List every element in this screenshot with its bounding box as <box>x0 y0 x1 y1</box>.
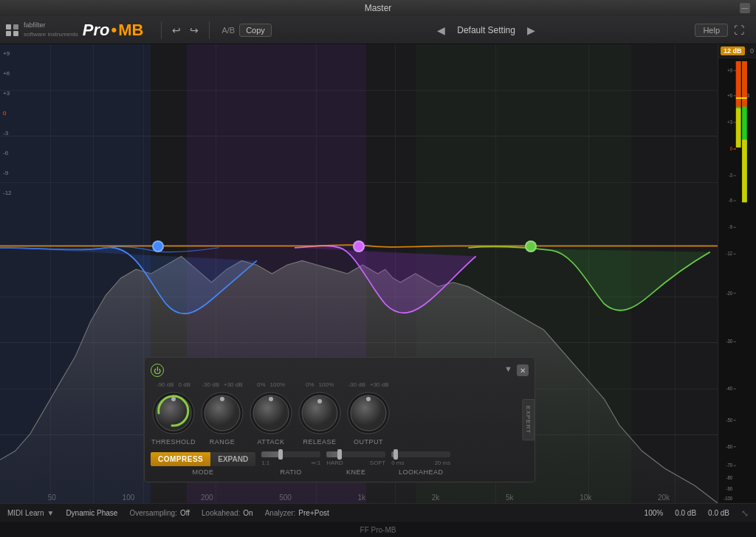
lookahead-status-item: Lookahead: On <box>202 509 253 517</box>
band-handle-purple[interactable] <box>353 240 365 252</box>
freq-label-10k: 10k <box>580 493 591 502</box>
product-name: Pro • MB <box>83 21 144 40</box>
brand-name: fabfilter software instruments <box>24 21 78 38</box>
svg-point-8 <box>269 397 273 401</box>
panel-close-button[interactable]: ✕ <box>517 364 529 376</box>
midi-learn-arrow[interactable]: ▼ <box>47 509 54 517</box>
panel-power-button[interactable]: ⏻ <box>151 364 164 377</box>
knee-label: KNEE <box>346 468 366 476</box>
expert-tab[interactable]: EXPERT <box>523 399 535 440</box>
svg-point-2 <box>171 397 176 401</box>
expand-button[interactable]: EXPAND <box>210 452 255 466</box>
resize-icon[interactable]: ⤡ <box>741 508 749 519</box>
logo-dot-1 <box>6 24 11 30</box>
output-knob[interactable] <box>346 390 391 436</box>
lookahead-group: 0 ms 20 ms LOOKAHEAD <box>391 451 450 476</box>
freq-label-1k: 1k <box>358 493 366 502</box>
ratio-min: 1:1 <box>261 460 269 466</box>
release-knob[interactable] <box>297 390 343 436</box>
zoom-value[interactable]: 100% <box>645 509 664 517</box>
svg-text:-70: -70 <box>726 462 733 468</box>
logo-dot-2 <box>13 24 18 30</box>
oversampling-label: Oversampling: <box>129 509 176 517</box>
ab-label: A/B <box>221 26 235 35</box>
logo-dot-3 <box>6 31 11 36</box>
phase-item: Dynamic Phase <box>66 509 117 517</box>
knee-group: HARD SOFT KNEE <box>326 451 385 476</box>
help-button[interactable]: Help <box>695 24 728 37</box>
svg-point-11 <box>317 399 322 403</box>
svg-rect-48 <box>736 108 741 148</box>
logo-dot-4 <box>13 31 18 36</box>
lookahead-status-value[interactable]: On <box>243 509 252 517</box>
svg-point-5 <box>220 397 224 401</box>
threshold-knob[interactable] <box>151 390 196 436</box>
svg-rect-53 <box>736 97 747 99</box>
threshold-min-label: -90 dB 0 dB <box>157 381 190 388</box>
lookahead-label: LOOKAHEAD <box>399 468 444 476</box>
knobs-row: -90 dB 0 dB <box>151 381 529 446</box>
controls-row: COMPRESS EXPAND MODE 1:1 ∞:1 <box>151 451 529 476</box>
freq-label-100: 100 <box>123 493 135 502</box>
ratio-fill <box>261 451 279 457</box>
threshold-knob-group: -90 dB 0 dB <box>151 381 196 446</box>
knee-slider[interactable] <box>326 451 385 457</box>
redo-button[interactable]: ↪ <box>185 21 203 39</box>
svg-point-14 <box>366 397 371 401</box>
next-preset-button[interactable]: ▶ <box>523 24 540 36</box>
ratio-labels: 1:1 ∞:1 <box>261 460 320 466</box>
compress-button[interactable]: COMPRESS <box>151 452 210 466</box>
panel-dropdown-button[interactable]: ▼ <box>504 364 512 376</box>
band-handle-green[interactable] <box>525 240 537 252</box>
window-close-button[interactable]: — <box>740 3 750 13</box>
app-name-bar: FF Pro-MB <box>0 522 756 537</box>
analyzer-value[interactable]: Pre+Post <box>298 509 329 517</box>
oversampling-value[interactable]: Off <box>180 509 190 517</box>
range-labels: -30 dB +30 dB <box>202 381 242 388</box>
control-panel: ⏻ ▼ ✕ -90 dB 0 dB <box>144 357 535 482</box>
svg-text:-60: -60 <box>726 443 733 449</box>
ratio-thumb[interactable] <box>278 449 283 460</box>
svg-text:-3: -3 <box>729 173 732 179</box>
attack-knob[interactable] <box>248 390 294 436</box>
knee-max: SOFT <box>370 460 385 466</box>
prev-preset-button[interactable]: ◀ <box>433 24 450 36</box>
lookahead-max: 20 ms <box>434 460 450 466</box>
svg-text:+9: +9 <box>727 67 732 73</box>
lookahead-slider[interactable] <box>391 451 450 457</box>
freq-label-200: 200 <box>201 493 213 502</box>
range-label: RANGE <box>210 438 236 446</box>
knee-fill <box>326 451 338 457</box>
svg-rect-51 <box>742 139 747 202</box>
lookahead-thumb[interactable] <box>394 449 398 460</box>
analyzer-label: Analyzer: <box>265 509 296 517</box>
svg-text:-100: -100 <box>724 495 732 500</box>
logo-grid <box>6 24 19 36</box>
midi-learn-item: MIDI Learn ▼ <box>7 509 54 517</box>
vu-db-value: 0 <box>750 47 754 55</box>
svg-text:-40: -40 <box>726 386 733 392</box>
lookahead-labels: 0 ms 20 ms <box>391 460 450 466</box>
freq-label-2k: 2k <box>432 493 440 502</box>
copy-button[interactable]: Copy <box>239 24 272 37</box>
svg-rect-49 <box>736 61 741 107</box>
title-bar: Master — <box>0 0 756 16</box>
plugin-wrapper: fabfilter software instruments Pro • MB … <box>0 16 756 537</box>
spectrum-area[interactable]: 50 100 200 500 1k 2k 5k 10k 20k +9 +6 +3… <box>0 44 718 503</box>
midi-learn-button[interactable]: MIDI Learn <box>7 509 44 517</box>
band-handle-blue[interactable] <box>152 240 164 252</box>
knee-thumb[interactable] <box>337 449 342 460</box>
output-knob-group: -30 dB +30 dB OUTPUT <box>346 381 391 446</box>
lookahead-status-label: Lookahead: <box>202 509 240 517</box>
freq-label-500: 500 <box>279 493 292 502</box>
svg-rect-52 <box>742 61 747 107</box>
gain2-value: 0.0 dB <box>708 509 729 517</box>
svg-text:-20: -20 <box>726 290 733 296</box>
attack-label: ATTACK <box>257 438 284 446</box>
ratio-group: 1:1 ∞:1 RATIO <box>261 451 320 476</box>
undo-button[interactable]: ↩ <box>168 21 185 39</box>
fullscreen-button[interactable]: ⛶ <box>728 24 750 36</box>
ratio-slider[interactable] <box>261 451 320 457</box>
range-knob[interactable] <box>199 390 245 436</box>
svg-text:+3: +3 <box>727 119 732 125</box>
